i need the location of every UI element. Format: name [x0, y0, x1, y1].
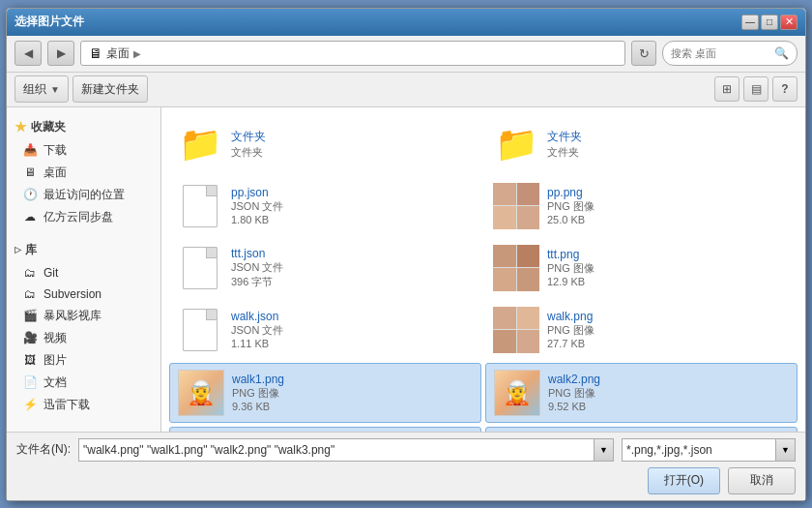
filename-input[interactable] — [78, 438, 594, 462]
address-path[interactable]: 🖥 桌面 ▶ — [80, 41, 625, 66]
sidebar-item-cloud[interactable]: ☁ 亿方云同步盘 — [7, 206, 160, 228]
desktop-icon: 🖥 — [89, 45, 102, 61]
sidebar-item-pictures[interactable]: 🖼 图片 — [7, 349, 160, 372]
doc-thumb — [177, 245, 223, 291]
main-content: ★ 收藏夹 📥 下载 🖥 桌面 🕐 最近访问的位置 ☁ 亿方云同步盘 ▷ — [7, 107, 805, 432]
git-icon: 🗂 — [22, 265, 38, 281]
minimize-button[interactable]: — — [741, 15, 759, 30]
file-info: walk1.png PNG 图像 9.36 KB — [232, 373, 473, 412]
file-type: PNG 图像 — [547, 261, 790, 276]
file-name: walk1.png — [232, 373, 473, 386]
sidebar-item-baofeng[interactable]: 🎬 暴风影视库 — [7, 305, 160, 327]
new-folder-button[interactable]: 新建文件夹 — [72, 75, 148, 103]
png-thumb — [493, 183, 539, 229]
bottom-bar: 文件名(N): ▼ ▼ 打开(O) 取消 — [7, 432, 805, 500]
list-item[interactable]: 🧝 walk1.png PNG 图像 9.36 KB — [169, 363, 481, 423]
file-type: PNG 图像 — [547, 323, 790, 338]
recent-icon: 🕐 — [22, 187, 38, 202]
file-name: 文件夹 — [547, 129, 790, 145]
pictures-icon: 🖼 — [22, 352, 38, 368]
library-section[interactable]: ▷ 库 — [7, 238, 160, 262]
sidebar: ★ 收藏夹 📥 下载 🖥 桌面 🕐 最近访问的位置 ☁ 亿方云同步盘 ▷ — [7, 107, 161, 432]
sidebar-item-video[interactable]: 🎥 视频 — [7, 327, 160, 349]
list-item[interactable]: pp.json JSON 文件 1.80 KB — [169, 177, 481, 235]
toolbar: 组织 ▼ 新建文件夹 ⊞ ▤ ? — [7, 73, 805, 107]
filename-row: 文件名(N): ▼ ▼ — [16, 438, 796, 462]
favorites-section[interactable]: ★ 收藏夹 — [7, 115, 160, 139]
list-item[interactable]: walk.png PNG 图像 27.7 KB — [485, 301, 798, 359]
file-name: walk2.png — [548, 373, 789, 386]
list-item[interactable]: ttt.png PNG 图像 12.9 KB — [485, 239, 798, 297]
sidebar-item-download[interactable]: 📥 下载 — [7, 139, 160, 162]
back-button[interactable]: ◀ — [14, 41, 42, 66]
list-item[interactable]: ttt.json JSON 文件 396 字节 — [169, 239, 481, 297]
doc-thumb — [177, 183, 223, 229]
cancel-button[interactable]: 取消 — [728, 467, 796, 494]
maximize-button[interactable]: □ — [761, 15, 778, 30]
sidebar-item-desktop[interactable]: 🖥 桌面 — [7, 162, 160, 184]
file-grid: 📁 文件夹 文件夹 📁 文件夹 文件夹 — [165, 111, 801, 432]
list-item[interactable]: walk.json JSON 文件 1.11 KB — [169, 301, 481, 359]
close-button[interactable]: ✕ — [780, 15, 798, 30]
open-button[interactable]: 打开(O) — [648, 467, 720, 494]
filename-dropdown-button[interactable]: ▼ — [594, 438, 614, 462]
video-lib-icon: 🎬 — [22, 308, 38, 323]
title-bar: 选择图片文件 — □ ✕ — [7, 9, 805, 36]
file-area[interactable]: 📁 文件夹 文件夹 📁 文件夹 文件夹 — [161, 107, 805, 432]
sidebar-item-recent[interactable]: 🕐 最近访问的位置 — [7, 184, 160, 206]
file-size: 25.0 KB — [547, 214, 790, 225]
list-item[interactable]: 📁 文件夹 文件夹 — [485, 115, 798, 173]
file-info: 文件夹 文件夹 — [547, 129, 790, 160]
file-name: walk.png — [547, 310, 790, 323]
file-info: walk2.png PNG 图像 9.52 KB — [548, 373, 789, 412]
file-name: pp.png — [547, 186, 790, 199]
list-item[interactable]: 📁 文件夹 文件夹 — [169, 115, 481, 173]
file-type: 文件夹 — [231, 145, 474, 160]
png-thumb — [493, 245, 539, 291]
file-name: ttt.json — [231, 247, 474, 260]
refresh-button[interactable]: ↻ — [631, 41, 656, 66]
file-size: 396 字节 — [231, 275, 474, 289]
folder-thumb: 📁 — [177, 121, 223, 167]
organize-button[interactable]: 组织 ▼ — [14, 75, 69, 103]
file-type: JSON 文件 — [231, 260, 474, 275]
sidebar-item-git[interactable]: 🗂 Git — [7, 262, 160, 284]
file-size: 1.11 KB — [231, 338, 474, 349]
list-item[interactable]: 🧝 walk2.png PNG 图像 9.52 KB — [485, 363, 798, 423]
file-info: walk.png PNG 图像 27.7 KB — [547, 310, 790, 349]
sidebar-item-subversion[interactable]: 🗂 Subversion — [7, 284, 160, 305]
file-type: JSON 文件 — [231, 199, 474, 214]
dialog-title: 选择图片文件 — [14, 14, 84, 30]
png-char-thumb: 🧝 — [178, 370, 224, 416]
png-char-thumb: 🧝 — [494, 370, 540, 416]
filetype-dropdown-button[interactable]: ▼ — [776, 438, 796, 462]
file-info: pp.png PNG 图像 25.0 KB — [547, 186, 790, 225]
filetype-input[interactable] — [622, 438, 776, 462]
file-type: PNG 图像 — [548, 386, 789, 401]
search-input[interactable] — [671, 47, 770, 59]
help-button[interactable]: ? — [772, 76, 798, 102]
desktop-icon: 🖥 — [22, 164, 38, 180]
file-name: pp.json — [231, 186, 474, 199]
view-toggle-button[interactable]: ▤ — [743, 76, 768, 102]
file-info: walk.json JSON 文件 1.11 KB — [231, 310, 474, 349]
file-type: PNG 图像 — [547, 199, 790, 214]
search-box[interactable]: 🔍 — [662, 41, 798, 66]
file-info: ttt.png PNG 图像 12.9 KB — [547, 248, 790, 287]
file-info: pp.json JSON 文件 1.80 KB — [231, 186, 474, 225]
thunder-icon: ⚡ — [22, 397, 38, 412]
file-info: ttt.json JSON 文件 396 字节 — [231, 247, 474, 289]
documents-icon: 📄 — [22, 374, 38, 390]
file-type: JSON 文件 — [231, 323, 474, 338]
file-size: 1.80 KB — [231, 214, 474, 225]
file-size: 27.7 KB — [547, 338, 790, 349]
file-name: ttt.png — [547, 248, 790, 261]
forward-button[interactable]: ▶ — [47, 41, 74, 66]
folder-thumb: 📁 — [493, 121, 539, 167]
view-options-button[interactable]: ⊞ — [714, 76, 740, 102]
window-controls: — □ ✕ — [741, 15, 798, 30]
sidebar-item-thunder[interactable]: ⚡ 迅雷下载 — [7, 394, 160, 416]
address-bar: ◀ ▶ 🖥 桌面 ▶ ↻ 🔍 — [7, 36, 805, 73]
sidebar-item-documents[interactable]: 📄 文档 — [7, 372, 160, 394]
list-item[interactable]: pp.png PNG 图像 25.0 KB — [485, 177, 798, 235]
